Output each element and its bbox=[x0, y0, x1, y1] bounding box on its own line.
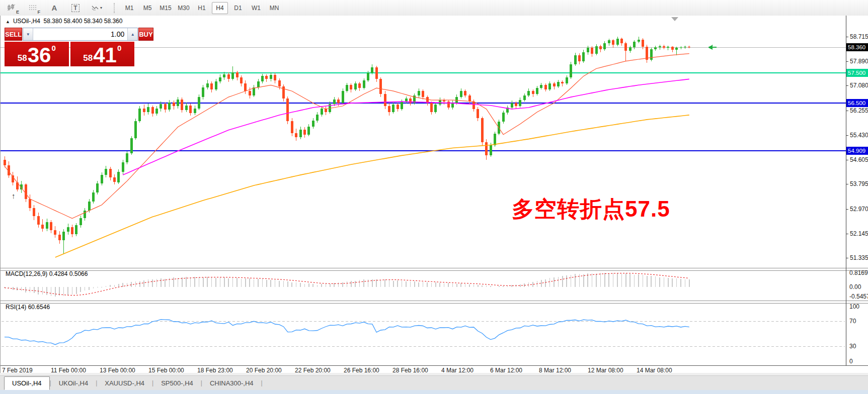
price-pointer-arrow-icon bbox=[708, 45, 713, 50]
macd-axis-label: -0.5457 bbox=[849, 293, 868, 300]
price-axis-tick: 53.795 bbox=[850, 180, 868, 187]
trade-panel-top-row: SELL ▼ ▲ BUY bbox=[5, 28, 134, 41]
buy-price-big: 41 bbox=[93, 45, 117, 65]
tab-CHINA300-,H4[interactable]: CHINA300-,H4 bbox=[202, 378, 261, 389]
macd-histogram bbox=[5, 273, 689, 297]
timeframe-M1[interactable]: M1 bbox=[121, 2, 137, 14]
timeframe-W1[interactable]: W1 bbox=[248, 2, 264, 14]
chart-text-annotation: 多空转折点57.5 bbox=[512, 194, 670, 224]
text-box-icon[interactable]: T bbox=[66, 2, 85, 15]
icon-label: T bbox=[71, 4, 79, 12]
ma-mid-line bbox=[123, 79, 689, 175]
tab-XAUUSD-,H4[interactable]: XAUUSD-,H4 bbox=[97, 378, 152, 389]
tab-USOil-,H4[interactable]: USOil-,H4 bbox=[4, 376, 50, 390]
chart-symbol-label: USOil-,H4 bbox=[13, 18, 40, 25]
sell-price-big: 36 bbox=[28, 45, 51, 65]
timeframe-group: M1M5M15M30H1H4D1W1MN bbox=[120, 2, 283, 14]
price-tick-mark bbox=[846, 61, 848, 62]
timeframe-M30[interactable]: M30 bbox=[176, 2, 192, 14]
price-badge-56.500: 56.500 bbox=[846, 99, 868, 107]
price-tick-mark bbox=[846, 258, 848, 258]
macd-axis-label: 0.00 bbox=[849, 283, 861, 290]
sell-price-prefix: 58 bbox=[18, 53, 27, 63]
tab-SP500-,H4[interactable]: SP500-,H4 bbox=[153, 378, 201, 389]
volume-spinner: ▼ ▲ bbox=[23, 28, 138, 41]
ma-fast-line bbox=[5, 54, 689, 219]
sell-button[interactable]: SELL bbox=[5, 28, 22, 41]
timeframe-D1[interactable]: D1 bbox=[230, 2, 246, 14]
price-badge-54.909: 54.909 bbox=[846, 147, 868, 155]
rsi-axis-label: 0 bbox=[849, 358, 853, 365]
price-axis-tick: 54.605 bbox=[850, 156, 868, 163]
icon-sub-label: E bbox=[16, 10, 19, 15]
chart-ohlc-label: 58.380 58.400 58.340 58.360 bbox=[44, 18, 123, 25]
buy-button[interactable]: BUY bbox=[138, 28, 153, 41]
chart-objects-e-icon[interactable]: E bbox=[3, 2, 21, 15]
buy-price-prefix: 58 bbox=[83, 53, 93, 63]
time-axis-border bbox=[1, 365, 868, 366]
chart-window: ▲USOil-,H4 58.380 58.400 58.340 58.360 S… bbox=[0, 16, 868, 373]
timeframe-M15[interactable]: M15 bbox=[157, 2, 174, 14]
price-axis-border bbox=[846, 16, 846, 365]
ma-slow-line bbox=[55, 115, 689, 257]
dropdown-caret-icon: ▾ bbox=[100, 6, 102, 10]
sell-price-display[interactable]: 58 36 0 bbox=[5, 42, 69, 66]
rsi-axis-label: 100 bbox=[849, 303, 859, 310]
timeframe-M5[interactable]: M5 bbox=[139, 2, 155, 14]
icon-label: A bbox=[52, 4, 57, 12]
price-axis-tick: 52.145 bbox=[850, 230, 868, 237]
volume-increase-button[interactable]: ▲ bbox=[127, 28, 137, 40]
tab-divider: | bbox=[261, 379, 263, 386]
chart-plot-area[interactable] bbox=[1, 16, 846, 365]
grid-f-icon[interactable]: F bbox=[24, 2, 42, 15]
rsi-line bbox=[5, 320, 689, 345]
timeframe-MN[interactable]: MN bbox=[266, 2, 282, 14]
price-tick-mark bbox=[846, 85, 848, 86]
text-label-icon[interactable]: A bbox=[45, 2, 63, 15]
price-tick-mark bbox=[846, 111, 848, 111]
toolbar-grip[interactable] bbox=[114, 3, 115, 13]
price-tick-mark bbox=[846, 37, 848, 37]
sell-price-sup: 0 bbox=[51, 44, 55, 52]
mt4-terminal-window: E F A T ▾ M1M5M15M30H1H4D1W1MN bbox=[0, 0, 868, 394]
buy-price-display[interactable]: 58 41 0 bbox=[70, 42, 135, 66]
price-tick-mark bbox=[846, 184, 848, 184]
price-axis-tick: 55.430 bbox=[850, 132, 868, 139]
collapse-trade-panel-icon[interactable]: ▲ bbox=[6, 19, 10, 24]
icon-sub-label: F bbox=[38, 10, 41, 15]
zigzag-glyph bbox=[91, 4, 99, 12]
price-tick-mark bbox=[846, 135, 848, 136]
chart-header: ▲USOil-,H4 58.380 58.400 58.340 58.360 bbox=[6, 18, 122, 25]
price-tick-mark bbox=[846, 209, 848, 210]
chart-tabs-bar: USOil-,H4|UKOil-,H4|XAUUSD-,H4|SP500-,H4… bbox=[0, 375, 868, 390]
pane-separator-rsi[interactable] bbox=[1, 301, 868, 304]
pane-separator-macd[interactable] bbox=[1, 268, 868, 271]
tab-UKOil-,H4[interactable]: UKOil-,H4 bbox=[51, 378, 96, 389]
scroll-to-end-marker-icon[interactable] bbox=[671, 17, 678, 21]
macd-axis-label: 0.8169 bbox=[849, 269, 868, 276]
price-axis-tick: 56.255 bbox=[850, 107, 868, 114]
timeframe-H4[interactable]: H4 bbox=[212, 2, 228, 14]
price-axis-tick: 52.970 bbox=[850, 206, 868, 213]
price-tick-mark bbox=[846, 234, 848, 234]
rsi-axis-label: 70 bbox=[849, 318, 856, 325]
price-axis-tick: 57.080 bbox=[850, 82, 868, 89]
price-axis-tick: 51.335 bbox=[850, 254, 868, 261]
price-badge-58.360: 58.360 bbox=[846, 43, 868, 51]
one-click-trading-panel: SELL ▼ ▲ BUY 58 36 0 58 41 0 bbox=[5, 28, 134, 66]
price-tick-mark bbox=[846, 160, 848, 160]
price-axis-tick: 57.890 bbox=[850, 58, 868, 65]
volume-input[interactable] bbox=[33, 28, 127, 40]
status-strip bbox=[0, 390, 868, 394]
arrow-objects-icon[interactable]: ▾ bbox=[88, 2, 106, 15]
volume-decrease-button[interactable]: ▼ bbox=[23, 28, 33, 40]
toolbar: E F A T ▾ M1M5M15M30H1H4D1W1MN bbox=[0, 0, 868, 16]
trade-panel-prices: 58 36 0 58 41 0 bbox=[5, 42, 134, 66]
main-chart-svg bbox=[1, 16, 846, 365]
buy-price-sup: 0 bbox=[117, 44, 121, 52]
rsi-axis-label: 30 bbox=[849, 343, 856, 350]
price-badge-57.500: 57.500 bbox=[846, 69, 868, 77]
macd-indicator-label: MACD(12,26,9) 0.4284 0.5066 bbox=[6, 270, 88, 277]
timeframe-H1[interactable]: H1 bbox=[194, 2, 210, 14]
rsi-indicator-label: RSI(14) 60.6546 bbox=[6, 304, 50, 311]
